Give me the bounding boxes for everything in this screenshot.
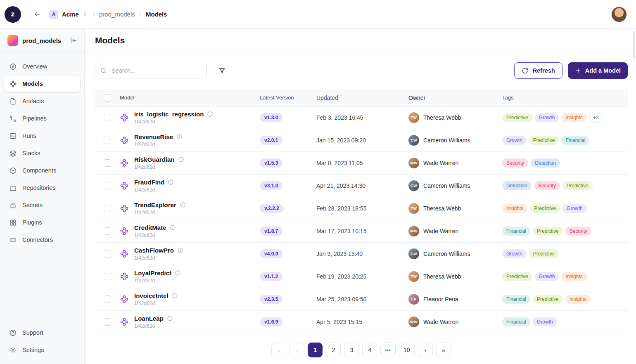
app-logo[interactable] — [0, 0, 26, 29]
sidebar-item-models[interactable]: Models — [4, 76, 80, 92]
sidebar-item-label: Models — [22, 80, 43, 87]
row-checkbox[interactable] — [104, 137, 111, 144]
add-model-button[interactable]: Add a Model — [568, 62, 628, 79]
pagination-page-10[interactable]: 10 — [399, 343, 415, 357]
back-button[interactable] — [30, 7, 44, 21]
org-name[interactable]: Acme — [62, 11, 79, 18]
model-name[interactable]: CreditMate — [134, 224, 166, 231]
sidebar-item-support[interactable]: Support — [4, 324, 80, 341]
table-row[interactable]: LoanLeap 1f42d62d v1.6.9 Apr 5, 2023 15:… — [95, 311, 628, 333]
pagination-page-4[interactable]: 4 — [362, 343, 377, 357]
info-icon[interactable] — [176, 134, 183, 140]
info-icon[interactable] — [178, 156, 184, 163]
table-row[interactable]: LoyalPredict 1f42d62d v1.1.2 Feb 19, 202… — [95, 265, 628, 288]
table-row[interactable]: FraudFind 1f42d62d v3.1.0 Apr 21, 2023 1… — [95, 175, 628, 197]
row-checkbox[interactable] — [104, 295, 111, 303]
model-name[interactable]: InvoiceIntel — [134, 292, 168, 299]
model-name[interactable]: TrendExplorer — [134, 201, 176, 208]
info-icon[interactable] — [207, 111, 213, 117]
user-avatar[interactable] — [611, 7, 627, 22]
model-name[interactable]: RiskGuardian — [134, 156, 175, 163]
table-row[interactable]: TrendExplorer 1f42d62d v.2.2.2 Feb 28, 2… — [95, 197, 628, 220]
column-header-tags[interactable]: Tags — [502, 95, 628, 101]
table-row[interactable]: CreditMate 1f42d62d v1.8.7 Mar 17, 2023 … — [95, 220, 628, 243]
sidebar-item-overview[interactable]: Overview — [4, 58, 80, 75]
sidebar-item-plugins[interactable]: Plugins — [4, 214, 80, 231]
sidebar-item-settings[interactable]: Settings — [4, 342, 80, 358]
sidebar-item-secrets[interactable]: Secrets — [4, 197, 80, 213]
row-checkbox[interactable] — [104, 227, 111, 235]
column-header-updated[interactable]: Updated — [316, 95, 408, 101]
sidebar-item-label: Stacks — [22, 150, 40, 156]
model-name[interactable]: LoanLeap — [134, 315, 164, 322]
model-name[interactable]: LoyalPredict — [134, 269, 171, 277]
select-all-checkbox[interactable] — [104, 94, 111, 102]
row-checkbox[interactable] — [104, 205, 111, 212]
row-checkbox[interactable] — [104, 250, 111, 258]
info-icon[interactable] — [177, 247, 183, 253]
components-icon — [9, 167, 17, 175]
table-row[interactable]: iris_logistic_regression 1f42d62d v1.3.0… — [95, 106, 628, 129]
info-icon[interactable] — [167, 315, 173, 321]
toolbar: Refresh Add a Model — [95, 62, 628, 79]
pagination-page-3[interactable]: 3 — [344, 343, 359, 357]
column-header-latest-version[interactable]: Latest Version — [260, 95, 316, 101]
plugins-icon — [9, 219, 17, 227]
column-header-owner[interactable]: Owner — [408, 95, 502, 101]
model-name[interactable]: RevenueRise — [134, 133, 173, 140]
filter-button[interactable] — [214, 63, 229, 78]
sidebar-item-label: Components — [22, 167, 56, 174]
info-icon[interactable] — [180, 202, 186, 208]
table-row[interactable]: CashFlowPro 1f42d62d v4.0.0 Jan 9, 2023 … — [95, 243, 628, 265]
sidebar-item-repositories[interactable]: Repositories — [4, 180, 80, 196]
column-header-model[interactable]: Model — [120, 95, 260, 101]
model-name[interactable]: iris_logistic_regression — [134, 111, 204, 118]
owner-name: Cameron Williams — [423, 251, 470, 257]
pagination-last[interactable]: » — [436, 343, 451, 357]
collapse-sidebar-icon[interactable] — [69, 36, 78, 45]
search-box[interactable] — [95, 63, 207, 78]
tags-overflow-badge[interactable]: +3 — [589, 113, 603, 123]
row-checkbox[interactable] — [104, 114, 111, 121]
scrollbar-thumb[interactable] — [633, 31, 635, 58]
tag-growth: Growth — [562, 204, 587, 213]
pagination-page-1[interactable]: 1 — [308, 343, 323, 357]
model-icon — [120, 204, 129, 213]
org-switcher-icon[interactable] — [82, 11, 88, 18]
table-row[interactable]: RevenueRise 1f42d62d v2.0.1 Jan 15, 2023… — [95, 129, 628, 152]
model-name[interactable]: FraudFind — [134, 179, 164, 186]
info-icon[interactable] — [175, 270, 181, 276]
row-checkbox[interactable] — [104, 318, 111, 326]
table-row[interactable]: RiskGuardian 1f42d62d v1.5.3 Mar 8, 2023… — [95, 152, 628, 175]
sidebar-item-label: Overview — [22, 63, 47, 70]
sidebar-item-artifacts[interactable]: Artifacts — [4, 93, 80, 109]
owner-avatar: WW — [408, 226, 419, 236]
row-checkbox[interactable] — [104, 273, 111, 280]
row-checkbox[interactable] — [104, 182, 111, 189]
pagination-first[interactable]: « — [271, 343, 286, 357]
row-checkbox[interactable] — [104, 159, 111, 167]
info-icon[interactable] — [170, 225, 176, 231]
sidebar-item-pipelines[interactable]: Pipelines — [4, 110, 80, 127]
refresh-icon — [522, 67, 529, 74]
models-table: Model Latest Version Updated Owner Tags … — [95, 89, 628, 333]
models-icon — [9, 80, 17, 88]
breadcrumb-project[interactable]: prod_models — [99, 11, 135, 18]
model-hash: 1f42d62d — [134, 164, 184, 170]
tags-cell: GrowthPredictive — [502, 249, 628, 258]
sidebar-item-connectors[interactable]: Connectors — [4, 232, 80, 248]
pagination-prev[interactable]: ‹ — [290, 343, 304, 357]
info-icon[interactable] — [172, 293, 178, 299]
sidebar-item-stacks[interactable]: Stacks — [4, 145, 80, 161]
table-row[interactable]: InvoiceIntel 1f42d62d v2.3.5 Mar 25, 202… — [95, 288, 628, 311]
info-icon[interactable] — [168, 179, 174, 185]
refresh-button[interactable]: Refresh — [514, 62, 562, 79]
pagination-page-2[interactable]: 2 — [326, 343, 341, 357]
model-name[interactable]: CashFlowPro — [134, 247, 174, 254]
pagination-ellipsis[interactable]: ••• — [380, 343, 396, 357]
search-input[interactable] — [111, 67, 202, 74]
pagination-next[interactable]: › — [418, 343, 433, 357]
sidebar-item-runs[interactable]: Runs — [4, 128, 80, 144]
breadcrumb-current: Models — [146, 11, 167, 18]
sidebar-item-components[interactable]: Components — [4, 162, 80, 179]
